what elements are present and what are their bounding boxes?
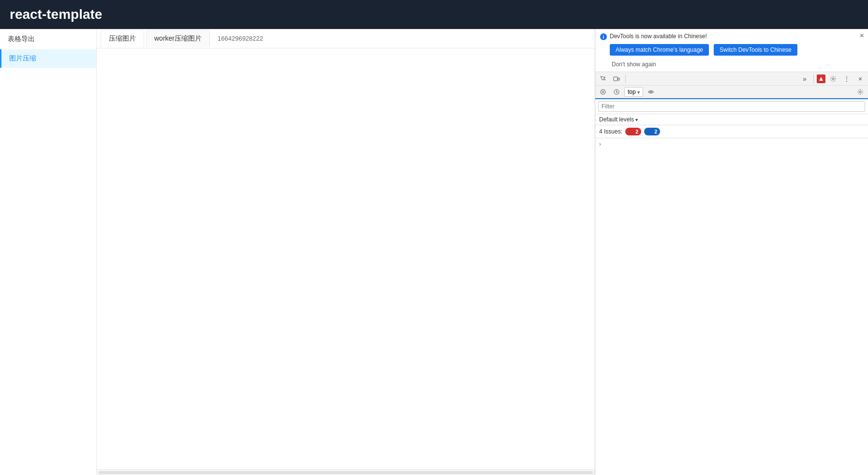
device-toolbar-button[interactable] — [611, 73, 622, 85]
error-badge: 2 — [625, 128, 641, 135]
close-devtools-button[interactable]: × — [854, 73, 866, 85]
more-options-button[interactable]: ⋮ — [841, 73, 853, 85]
issues-indicator[interactable] — [817, 74, 825, 83]
inspect-element-button[interactable] — [597, 73, 609, 85]
default-levels-button[interactable]: Default levels ▾ — [599, 116, 638, 123]
frame-selector-dropdown[interactable]: top ▾ — [624, 87, 643, 97]
toolbar-separator-2 — [813, 74, 814, 83]
svg-point-5 — [650, 91, 652, 93]
switch-devtools-chinese-button[interactable]: Switch DevTools to Chinese — [714, 44, 797, 56]
sidebar-section-title: 表格导出 — [0, 29, 96, 49]
dont-show-again-link[interactable]: Don't show again — [610, 59, 658, 70]
svg-point-2 — [832, 78, 834, 80]
app-title: react-template — [10, 7, 102, 22]
svg-point-6 — [859, 91, 861, 93]
scrollbar-area[interactable] — [97, 469, 595, 475]
settings-button[interactable] — [827, 73, 839, 85]
clear-console-button[interactable] — [597, 86, 609, 98]
svg-rect-1 — [618, 78, 619, 80]
devtools-toolbar-second: top ▾ — [595, 86, 868, 99]
devtools-console-content[interactable]: › — [595, 138, 868, 475]
preserve-log-button[interactable] — [611, 86, 622, 98]
filter-input[interactable] — [598, 101, 865, 112]
notification-close-button[interactable]: × — [860, 32, 864, 40]
frame-selector-label: top — [628, 89, 636, 95]
frame-selector-arrow: ▾ — [637, 89, 640, 95]
info-badge: 2 — [644, 128, 660, 135]
notification-row: i DevTools is now available in Chinese! — [600, 33, 863, 40]
info-count: 2 — [654, 129, 657, 134]
error-icon — [628, 129, 634, 134]
info-badge-icon — [647, 129, 653, 134]
tab-worker-compress-image[interactable]: worker压缩图片 — [146, 30, 210, 47]
devtools-toolbar-top: » ⋮ × — [595, 72, 868, 86]
horizontal-scrollbar[interactable] — [99, 471, 593, 474]
always-match-language-button[interactable]: Always match Chrome's language — [610, 44, 709, 56]
toolbar-separator-1 — [625, 74, 626, 83]
sidebar-item-image-compress[interactable]: 图片压缩 — [0, 49, 96, 68]
sidebar: 表格导出 图片压缩 — [0, 29, 97, 475]
tab-bar: 压缩图片 worker压缩图片 1664296928222 — [97, 29, 595, 48]
devtools-notification: i DevTools is now available in Chinese! … — [595, 29, 868, 72]
main-layout: 表格导出 图片压缩 压缩图片 worker压缩图片 1664296928222 — [0, 29, 868, 475]
tab-id: 1664296928222 — [212, 31, 269, 46]
devtools-issues: 4 Issues: 2 2 — [595, 125, 868, 138]
error-count: 2 — [635, 129, 638, 134]
console-expand-arrow[interactable]: › — [599, 141, 601, 148]
default-levels-arrow: ▾ — [635, 117, 638, 122]
content-area: 压缩图片 worker压缩图片 1664296928222 — [97, 29, 595, 475]
svg-rect-0 — [614, 77, 618, 81]
devtools-filter — [595, 99, 868, 114]
tab-compress-image[interactable]: 压缩图片 — [101, 30, 144, 47]
info-icon: i — [600, 33, 607, 40]
page-content — [97, 48, 595, 469]
eye-button[interactable] — [645, 86, 657, 98]
issues-label: 4 Issues: — [599, 128, 622, 135]
devtools-panel: i DevTools is now available in Chinese! … — [595, 29, 868, 475]
more-tabs-button[interactable]: » — [799, 73, 810, 85]
app-header: react-template — [0, 0, 868, 29]
notification-message: DevTools is now available in Chinese! — [610, 33, 707, 40]
console-settings-button[interactable] — [854, 86, 866, 98]
devtools-levels: Default levels ▾ — [595, 114, 868, 125]
